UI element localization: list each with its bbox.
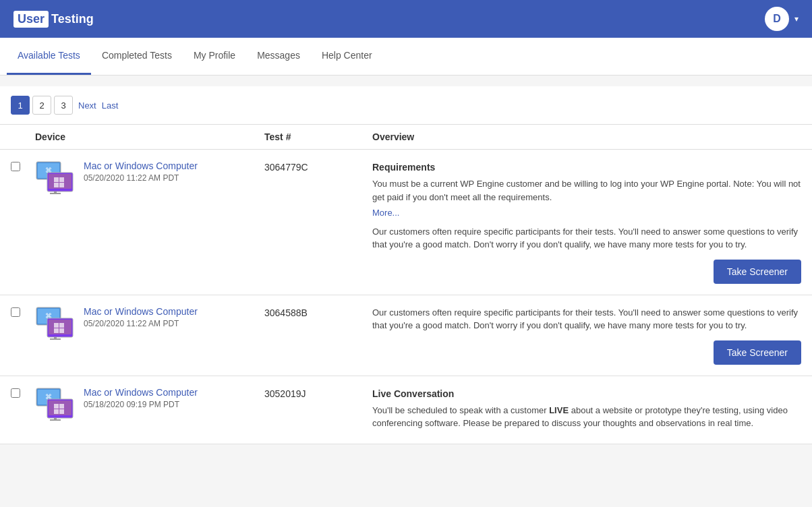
tab-messages[interactable]: Messages [246, 38, 311, 75]
svg-rect-10 [50, 193, 61, 194]
overview-text-pre: You'll be scheduled to speak with a cust… [372, 405, 549, 415]
svg-rect-27 [54, 404, 59, 409]
overview-more-link[interactable]: More... [372, 208, 399, 218]
page-1-button[interactable]: 1 [11, 96, 30, 115]
next-page-link[interactable]: Next [78, 100, 96, 111]
column-test-number: Test # [264, 131, 372, 142]
overview-title: Requirements [372, 160, 801, 175]
device-info: Mac or Windows Computer 05/18/2020 09:19… [84, 387, 198, 409]
overview-col: Live Conversation You'll be scheduled to… [372, 387, 801, 433]
logo-testing-text: Testing [51, 12, 94, 26]
table-header: Device Test # Overview [0, 124, 812, 150]
device-name-link[interactable]: Mac or Windows Computer [84, 160, 198, 171]
device-date: 05/20/2020 11:22 AM PDT [84, 319, 198, 328]
overview-text-span: You must be a current WP Engine customer… [372, 179, 801, 202]
device-info: Mac or Windows Computer 05/20/2020 11:22… [84, 306, 198, 328]
overview-secondary: Our customers often require specific par… [372, 225, 801, 251]
test-number: 3064779C [264, 160, 372, 173]
overview-live-word: LIVE [549, 405, 569, 415]
row-checkbox[interactable] [11, 388, 20, 398]
tab-completed-tests[interactable]: Completed Tests [91, 38, 183, 75]
tab-help-center[interactable]: Help Center [311, 38, 383, 75]
avatar[interactable]: D [765, 7, 789, 31]
table-row: ⌘ Mac or Windows Computer 05/18/2020 09:… [0, 376, 812, 444]
svg-rect-28 [59, 404, 64, 409]
overview-text: You must be a current WP Engine customer… [372, 177, 801, 204]
row-checkbox-col [11, 160, 35, 171]
pagination: 1 2 3 Next Last [0, 86, 812, 124]
svg-rect-19 [59, 328, 64, 333]
nav: Available Tests Completed Tests My Profi… [0, 38, 812, 76]
svg-rect-30 [59, 409, 64, 414]
last-page-link[interactable]: Last [102, 100, 119, 111]
page-3-button[interactable]: 3 [54, 96, 73, 115]
overview-text: Our customers often require specific par… [372, 306, 801, 332]
header: User Testing D ▾ [0, 0, 812, 38]
header-right: D ▾ [765, 7, 799, 31]
svg-rect-29 [54, 409, 59, 414]
svg-rect-7 [54, 183, 59, 187]
tab-my-profile[interactable]: My Profile [183, 38, 246, 75]
svg-rect-17 [59, 323, 64, 328]
screener-button-wrap: Take Screener [372, 260, 801, 284]
test-number: 3052019J [264, 387, 372, 399]
tab-available-tests[interactable]: Available Tests [7, 38, 91, 75]
overview-col: Our customers often require specific par… [372, 306, 801, 365]
overview-more-wrap: More... [372, 206, 801, 220]
device-col: ⌘ Mac or Windows Computer 05/18/2020 09:… [35, 387, 264, 421]
overview-col: Requirements You must be a current WP En… [372, 160, 801, 284]
column-device: Device [35, 131, 264, 142]
page-2-button[interactable]: 2 [32, 96, 51, 115]
device-col: ⌘ Mac or Windows Computer 05/20/2020 11:… [35, 160, 264, 194]
svg-rect-6 [59, 177, 64, 182]
svg-rect-16 [54, 323, 59, 328]
svg-rect-5 [54, 177, 59, 182]
device-info: Mac or Windows Computer 05/20/2020 11:22… [84, 160, 198, 183]
device-icon: ⌘ [35, 387, 76, 421]
device-col: ⌘ Mac or Windows Computer 05/20/2020 11:… [35, 306, 264, 340]
test-number: 3064588B [264, 306, 372, 318]
take-screener-button[interactable]: Take Screener [714, 340, 801, 365]
take-screener-button[interactable]: Take Screener [714, 260, 801, 284]
svg-rect-8 [59, 183, 64, 187]
row-checkbox-col [11, 387, 35, 398]
device-icon: ⌘ [35, 306, 76, 340]
logo: User Testing [13, 11, 94, 28]
main-content: 1 2 3 Next Last Device Test # Overview ⌘ [0, 86, 812, 444]
device-icon: ⌘ [35, 160, 76, 194]
overview-text: You'll be scheduled to speak with a cust… [372, 404, 801, 430]
table-row: ⌘ Mac or Windows Computer 05/20/2020 11:… [0, 150, 812, 295]
row-checkbox[interactable] [11, 162, 20, 171]
table-row: ⌘ Mac or Windows Computer 05/20/2020 11:… [0, 295, 812, 376]
svg-rect-18 [54, 328, 59, 333]
row-checkbox-col [11, 306, 35, 317]
svg-rect-21 [50, 338, 61, 340]
device-name-link[interactable]: Mac or Windows Computer [84, 306, 198, 317]
screener-button-wrap: Take Screener [372, 340, 801, 365]
svg-rect-32 [50, 419, 61, 421]
row-checkbox[interactable] [11, 307, 20, 317]
device-name-link[interactable]: Mac or Windows Computer [84, 387, 198, 398]
overview-title: Live Conversation [372, 387, 801, 401]
logo-user-text: User [13, 11, 49, 28]
device-date: 05/20/2020 11:22 AM PDT [84, 173, 198, 183]
device-date: 05/18/2020 09:19 PM PDT [84, 400, 198, 409]
column-overview: Overview [372, 131, 801, 142]
overview-text-span: Our customers often require specific par… [372, 307, 798, 331]
dropdown-arrow-icon[interactable]: ▾ [794, 14, 799, 24]
